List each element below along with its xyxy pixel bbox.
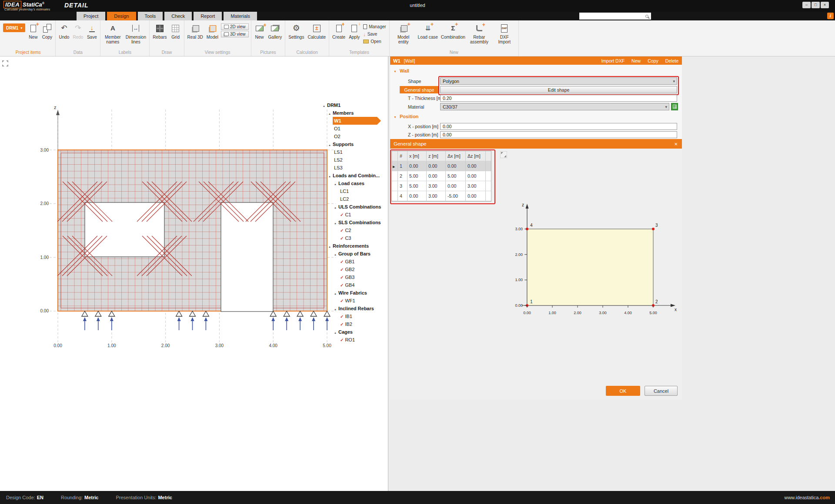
check-icon[interactable]: [340, 259, 345, 264]
tree-item[interactable]: Cages: [320, 328, 388, 336]
door-opening[interactable]: [221, 202, 273, 312]
general-shape-button[interactable]: General shape: [400, 86, 439, 93]
dz-cell[interactable]: 0.00: [466, 171, 486, 181]
ribbon-tab[interactable]: Project: [77, 12, 105, 20]
tree-item[interactable]: GB2: [320, 265, 388, 273]
view-2d-button[interactable]: 2D view: [221, 23, 249, 30]
tree-item[interactable]: LC1: [320, 187, 388, 195]
tree-item[interactable]: LC2: [320, 195, 388, 203]
x-cell[interactable]: 5.00: [407, 171, 427, 181]
z-cell[interactable]: 0.00: [427, 171, 446, 181]
check-icon[interactable]: [340, 275, 345, 280]
tree-expander-icon[interactable]: [334, 181, 338, 186]
tree-expander-icon[interactable]: [328, 173, 333, 178]
redo-button[interactable]: Redo: [72, 22, 84, 40]
ribbon-tab[interactable]: Check: [164, 12, 192, 20]
material-library-button[interactable]: [671, 103, 678, 110]
x-cell[interactable]: 5.00: [407, 181, 427, 191]
drawing-canvas[interactable]: z 3.00 2.00 1.00 0.00: [0, 56, 388, 491]
dx-cell[interactable]: -5.00: [446, 191, 466, 201]
table-row[interactable]: 3 5.00 3.00 0.00 3.00: [392, 181, 491, 191]
ribbon-tab[interactable]: Report: [194, 12, 222, 20]
new-model-entity-button[interactable]: Model entity: [392, 22, 415, 45]
dz-cell[interactable]: 3.00: [466, 181, 486, 191]
ribbon-tab[interactable]: Materials: [224, 12, 257, 20]
check-icon[interactable]: [340, 314, 345, 319]
new-picture-button[interactable]: New: [254, 22, 266, 40]
check-icon[interactable]: [340, 212, 345, 217]
model-view-button[interactable]: Model: [206, 22, 219, 40]
grid-button[interactable]: Grid: [170, 22, 182, 40]
tree-item[interactable]: SLS Combinations: [320, 219, 388, 226]
undo-button[interactable]: Undo: [58, 22, 70, 40]
gallery-button[interactable]: Gallery: [267, 22, 283, 40]
tree-item[interactable]: C3: [320, 234, 388, 242]
table-row[interactable]: 4 0.00 3.00 -5.00 0.00: [392, 191, 491, 201]
tree-item[interactable]: O1: [320, 125, 388, 133]
expand-view-icon[interactable]: [2, 60, 9, 69]
new-load-case-button[interactable]: Load case: [417, 22, 439, 40]
tree-expander-icon[interactable]: [328, 142, 333, 147]
maximize-button[interactable]: □: [812, 2, 820, 8]
point-number-cell[interactable]: 2: [398, 171, 407, 181]
ok-button[interactable]: OK: [606, 386, 640, 396]
polygon-shape[interactable]: [527, 229, 653, 305]
tree-item[interactable]: Supports: [320, 140, 388, 148]
tree-expander-icon[interactable]: [323, 103, 327, 108]
tree-item[interactable]: DRM1: [320, 101, 388, 109]
settings-button[interactable]: Settings: [287, 22, 305, 40]
new-rebar-assembly-button[interactable]: Rebar assembly: [468, 22, 491, 45]
cancel-button[interactable]: Cancel: [645, 386, 678, 396]
tree-item[interactable]: WF1: [320, 297, 388, 305]
tree-item[interactable]: Group of Bars: [320, 250, 388, 258]
thickness-field[interactable]: 0.20: [440, 95, 677, 102]
shape-dropdown[interactable]: Polygon: [440, 77, 677, 85]
tree-item[interactable]: O2: [320, 133, 388, 140]
tree-expander-icon[interactable]: [334, 251, 338, 256]
tree-expander-icon[interactable]: [328, 110, 333, 116]
template-open-button[interactable]: Open: [362, 38, 387, 45]
new-entity-button[interactable]: New: [631, 58, 641, 63]
tree-item[interactable]: LS1: [320, 148, 388, 156]
view-3d-button[interactable]: 3D view: [221, 31, 249, 37]
website-link[interactable]: www.ideastatica.com: [784, 495, 830, 500]
z-cell[interactable]: 0.00: [427, 161, 446, 171]
check-icon[interactable]: [340, 322, 345, 327]
ribbon-tab[interactable]: Tools: [138, 12, 163, 20]
dx-cell[interactable]: 5.00: [446, 171, 466, 181]
search-input[interactable]: [579, 13, 645, 19]
general-shape-dialog-header[interactable]: General shape: [390, 139, 682, 149]
tree-item[interactable]: Loads and Combin...: [320, 172, 388, 179]
dx-cell[interactable]: 0.00: [446, 161, 466, 171]
create-template-button[interactable]: Create: [331, 22, 346, 40]
dimension-lines-button[interactable]: Dimension lines: [124, 22, 147, 45]
check-icon[interactable]: [340, 235, 345, 241]
tree-item[interactable]: ULS Combinations: [320, 203, 388, 211]
delete-entity-button[interactable]: Delete: [665, 58, 678, 63]
tree-expander-icon[interactable]: [334, 329, 338, 335]
import-dxf-button[interactable]: Import DXF: [601, 58, 625, 63]
tree-item[interactable]: C2: [320, 226, 388, 234]
tree-item[interactable]: LS2: [320, 156, 388, 164]
tree-item[interactable]: LS3: [320, 164, 388, 172]
tree-expander-icon[interactable]: [328, 243, 333, 249]
dz-cell[interactable]: 0.00: [466, 191, 486, 201]
real-3d-button[interactable]: Real 3D: [187, 22, 204, 40]
template-save-button[interactable]: Save: [362, 31, 387, 37]
save-button[interactable]: Save: [86, 22, 98, 40]
tree-item[interactable]: GB4: [320, 281, 388, 289]
x-cell[interactable]: 0.00: [407, 191, 427, 201]
x-cell[interactable]: 0.00: [407, 161, 427, 171]
expand-table-icon[interactable]: [500, 151, 507, 160]
table-row[interactable]: 2 5.00 0.00 5.00 0.00: [392, 171, 491, 181]
position-section-header[interactable]: Position: [394, 114, 418, 119]
template-manager-button[interactable]: Manager: [362, 23, 387, 30]
apply-template-button[interactable]: Apply: [348, 22, 361, 40]
point-number-cell[interactable]: 4: [398, 191, 407, 201]
z-position-field[interactable]: 0.00: [440, 131, 677, 138]
point-number-cell[interactable]: 1: [398, 161, 407, 171]
tree-expander-icon[interactable]: [334, 290, 338, 295]
minimize-button[interactable]: –: [802, 2, 811, 8]
new-project-item-button[interactable]: New: [27, 22, 39, 40]
tree-item[interactable]: Load cases: [320, 179, 388, 187]
